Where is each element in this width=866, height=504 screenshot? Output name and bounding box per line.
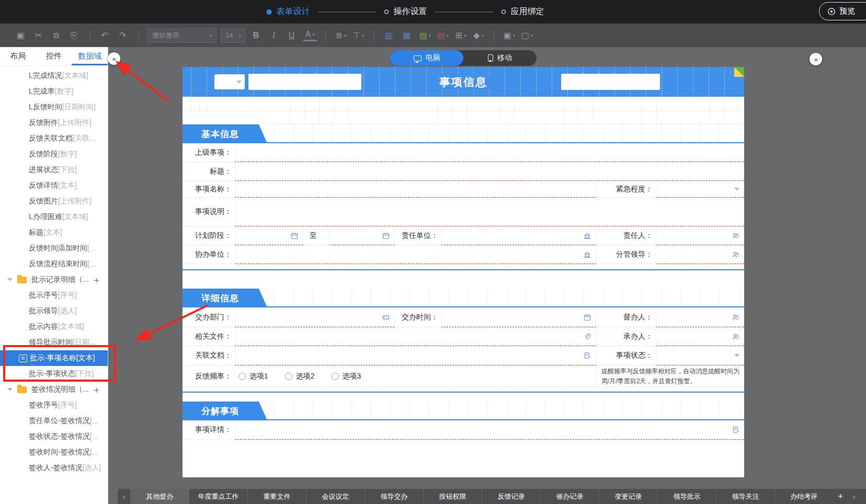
- sidebar-tab[interactable]: 数据域: [72, 47, 108, 65]
- form-tab[interactable]: 按钮权限: [423, 489, 482, 504]
- form-tab[interactable]: 重要文件: [247, 489, 306, 504]
- form-tab[interactable]: 其他督办: [130, 489, 189, 504]
- document-link-icon[interactable]: [584, 352, 591, 359]
- title-input[interactable]: [235, 162, 744, 181]
- toolbar-icon[interactable]: A ▾: [303, 30, 317, 41]
- toolbar-icon[interactable]: ▢ ▾: [520, 28, 534, 43]
- person-picker-icon[interactable]: [732, 333, 739, 340]
- item-name-input[interactable]: [235, 181, 596, 198]
- sidebar-tab[interactable]: 控件: [36, 47, 72, 65]
- assign-dept-picker[interactable]: [235, 307, 394, 327]
- data-field-item[interactable]: 批示-事项状态 [下拉]: [0, 366, 108, 382]
- charge-leader-picker[interactable]: [656, 245, 744, 264]
- step-app-binding[interactable]: 应用绑定: [502, 6, 544, 17]
- item-desc-input[interactable]: [235, 198, 744, 226]
- expand-caret-icon[interactable]: [7, 278, 13, 284]
- section-tab-basic[interactable]: 基本信息: [183, 124, 267, 143]
- toolbar-icon[interactable]: [374, 30, 374, 41]
- toolbar-icon[interactable]: ✂: [32, 28, 46, 43]
- form-tab[interactable]: 办结考评: [774, 489, 833, 504]
- collapse-sidebar-button[interactable]: «: [108, 52, 120, 65]
- radio-option[interactable]: 选项1: [238, 372, 268, 381]
- data-field-item[interactable]: 签收时间-签收情况 [...: [0, 444, 108, 460]
- toolbar-icon[interactable]: ↷: [117, 28, 130, 43]
- toolbar-icon[interactable]: ▤ ▾: [418, 28, 432, 43]
- data-field-item[interactable]: 反馈关联文档 [关联...: [0, 131, 108, 146]
- data-field-item[interactable]: 责任单位-签收情况 [...: [0, 413, 108, 429]
- data-field-item[interactable]: 签收情况明细（... ＋: [0, 382, 108, 397]
- toolbar-icon[interactable]: ▤ ▾: [436, 28, 450, 43]
- add-field-button[interactable]: ＋: [92, 274, 101, 286]
- toolbar-icon[interactable]: 微软雅黑 ▾: [147, 28, 216, 43]
- calendar-icon[interactable]: [382, 232, 390, 239]
- data-field-item[interactable]: 批示领导 [选人]: [0, 303, 108, 319]
- assist-unit-picker[interactable]: [235, 245, 596, 264]
- data-field-item[interactable]: L完成情况 [文本域]: [0, 68, 108, 84]
- step-form-design[interactable]: 表单设计: [267, 6, 310, 17]
- preview-button[interactable]: 预览: [819, 2, 866, 20]
- data-field-item[interactable]: 反馈图片 [上传附件]: [0, 193, 108, 209]
- org-picker-icon[interactable]: [584, 251, 591, 258]
- radio-circle-icon[interactable]: [332, 373, 339, 380]
- data-field-item[interactable]: 批示内容 [文本域]: [0, 319, 108, 335]
- person-picker-icon[interactable]: [732, 251, 739, 258]
- data-field-item[interactable]: 批示序号 [序号]: [0, 288, 108, 303]
- expand-right-panel-button[interactable]: »: [810, 53, 822, 65]
- toolbar-icon[interactable]: ⊞ ▾: [454, 28, 468, 43]
- device-tab-pc[interactable]: 电脑: [390, 50, 463, 66]
- data-field-item[interactable]: L反馈时间 [日期时间]: [0, 99, 108, 115]
- resp-unit-picker[interactable]: [441, 226, 596, 245]
- toolbar-icon[interactable]: ◆ ▾: [472, 28, 485, 43]
- data-field-item[interactable]: 标题 [文本]: [0, 225, 108, 240]
- toolbar-icon[interactable]: ≣ ▾: [334, 28, 348, 43]
- data-field-item[interactable]: L完成率 [数字]: [0, 84, 108, 99]
- toolbar-icon[interactable]: ▣ ▾: [503, 28, 516, 43]
- parent-item-input[interactable]: [235, 143, 744, 162]
- item-detail-picker[interactable]: [235, 420, 744, 440]
- related-docs-picker[interactable]: [235, 346, 596, 365]
- add-form-tab-button[interactable]: ＋: [833, 489, 848, 504]
- calendar-icon[interactable]: [291, 232, 298, 239]
- plan-start-date-input[interactable]: [235, 226, 303, 245]
- toolbar-icon[interactable]: [325, 30, 326, 41]
- form-tab[interactable]: 年度重点工作: [189, 489, 247, 504]
- data-field-item[interactable]: 签收序号 [序号]: [0, 397, 108, 413]
- toolbar-icon[interactable]: 14 ▾: [221, 28, 246, 43]
- form-tab[interactable]: 领导关注: [716, 489, 774, 504]
- resp-person-picker[interactable]: [656, 226, 744, 245]
- toolbar-icon[interactable]: ⊤ ▾: [352, 28, 366, 43]
- header-input-right[interactable]: [561, 74, 660, 90]
- toolbar-icon[interactable]: I: [268, 28, 281, 43]
- section-tab-decompose[interactable]: 分解事项: [183, 402, 267, 420]
- data-field-item[interactable]: 领导批示时间 [日期...: [0, 335, 108, 350]
- data-field-item[interactable]: 反馈流程结束时间 [...: [0, 256, 108, 272]
- toolbar-icon[interactable]: ⎘: [68, 28, 82, 43]
- toolbar-icon[interactable]: B: [250, 28, 264, 43]
- step-operation-settings[interactable]: 操作设置: [384, 6, 427, 17]
- assign-time-input[interactable]: [441, 307, 596, 327]
- form-tab[interactable]: 会议议定: [306, 489, 364, 504]
- supervisor-picker[interactable]: [656, 307, 744, 327]
- calendar-icon[interactable]: [584, 314, 591, 321]
- data-field-item[interactable]: 反馈附件 [上传附件]: [0, 115, 108, 131]
- undertaker-picker[interactable]: [656, 327, 744, 346]
- toolbar-icon[interactable]: ⧉: [50, 28, 64, 43]
- urgency-select[interactable]: [656, 181, 744, 198]
- form-tab[interactable]: 催办记录: [540, 489, 599, 504]
- plan-end-date-input[interactable]: [329, 226, 394, 245]
- dept-picker-icon[interactable]: [382, 314, 390, 321]
- paperclip-icon[interactable]: [584, 333, 591, 340]
- data-field-item[interactable]: fx 批示-事项名称 [文本]: [0, 350, 108, 366]
- data-field-item[interactable]: 反馈详情 [文本]: [0, 178, 108, 193]
- radio-circle-icon[interactable]: [238, 373, 246, 380]
- toolbar-icon[interactable]: U: [286, 28, 299, 43]
- form-tab[interactable]: 变更记录: [599, 489, 657, 504]
- device-tab-mobile[interactable]: 移动: [463, 50, 537, 66]
- data-field-item[interactable]: 反馈阶段 [数字]: [0, 146, 108, 162]
- data-field-item[interactable]: 签收状态-签收情况 [...: [0, 429, 108, 444]
- section-tab-detail[interactable]: 详细信息: [183, 289, 267, 307]
- form-tab[interactable]: 领导交办: [364, 489, 423, 504]
- form-tab[interactable]: 领导批示: [657, 489, 716, 504]
- person-picker-icon[interactable]: [732, 232, 739, 239]
- header-input-left[interactable]: [248, 74, 361, 90]
